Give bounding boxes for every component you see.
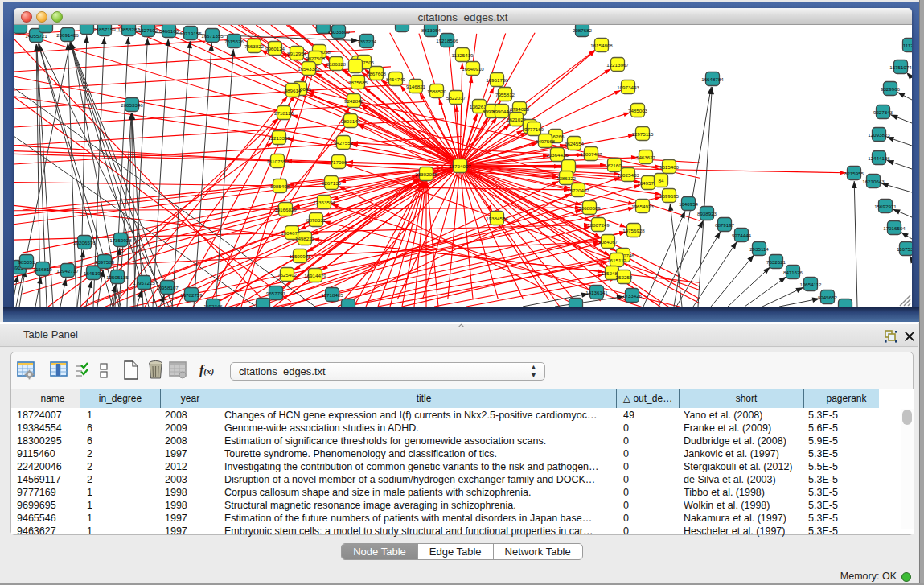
svg-text:10958107: 10958107 bbox=[156, 285, 179, 290]
svg-text:10973493: 10973493 bbox=[617, 84, 639, 90]
svg-text:16782759: 16782759 bbox=[180, 292, 203, 298]
svg-text:8454749: 8454749 bbox=[386, 76, 406, 82]
svg-text:9463627: 9463627 bbox=[636, 154, 656, 160]
svg-text:1167534: 1167534 bbox=[897, 246, 912, 252]
svg-text:9397588: 9397588 bbox=[95, 259, 115, 265]
svg-text:17016504: 17016504 bbox=[883, 225, 906, 231]
svg-text:8215955: 8215955 bbox=[844, 171, 864, 176]
svg-text:11325419: 11325419 bbox=[451, 52, 474, 58]
svg-text:3875685: 3875685 bbox=[348, 80, 368, 85]
svg-text:12213369: 12213369 bbox=[268, 135, 290, 141]
svg-text:1156819: 1156819 bbox=[33, 266, 52, 272]
svg-text:16033809: 16033809 bbox=[327, 29, 350, 35]
svg-text:17359928: 17359928 bbox=[109, 237, 132, 243]
svg-text:7485003: 7485003 bbox=[628, 108, 648, 113]
svg-text:252254: 252254 bbox=[616, 274, 633, 280]
svg-text:9777169: 9777169 bbox=[524, 126, 544, 132]
svg-text:8813054: 8813054 bbox=[421, 27, 441, 33]
svg-text:1985498: 1985498 bbox=[270, 183, 290, 189]
svg-text:1615112: 1615112 bbox=[607, 257, 626, 263]
svg-text:19756928: 19756928 bbox=[622, 228, 645, 233]
svg-text:7632621: 7632621 bbox=[766, 259, 786, 265]
svg-text:16671355: 16671355 bbox=[201, 33, 224, 39]
svg-text:12093823: 12093823 bbox=[868, 132, 890, 138]
svg-text:989614: 989614 bbox=[285, 88, 302, 93]
svg-text:12353594: 12353594 bbox=[313, 200, 335, 205]
svg-text:14136141: 14136141 bbox=[585, 290, 608, 295]
svg-text:9227343: 9227343 bbox=[873, 109, 893, 115]
svg-text:1733426: 1733426 bbox=[622, 293, 643, 299]
svg-text:16648784: 16648784 bbox=[701, 76, 724, 82]
svg-text:8186328: 8186328 bbox=[326, 61, 347, 67]
svg-text:15751074: 15751074 bbox=[889, 64, 912, 70]
svg-text:6497568: 6497568 bbox=[536, 138, 556, 144]
svg-text:18807249: 18807249 bbox=[587, 222, 610, 228]
svg-text:7955812: 7955812 bbox=[495, 92, 515, 97]
svg-text:16107552: 16107552 bbox=[266, 159, 289, 164]
svg-text:12444136: 12444136 bbox=[868, 155, 890, 161]
svg-text:3624554: 3624554 bbox=[565, 141, 585, 146]
svg-text:10719155: 10719155 bbox=[179, 31, 202, 36]
svg-text:17957225: 17957225 bbox=[133, 280, 155, 286]
svg-text:10853287: 10853287 bbox=[117, 27, 140, 32]
svg-text:20364436: 20364436 bbox=[546, 152, 569, 158]
svg-text:8938923: 8938923 bbox=[697, 211, 717, 216]
svg-text:20691406: 20691406 bbox=[56, 32, 79, 38]
svg-text:11120: 11120 bbox=[903, 43, 912, 48]
svg-text:16210643: 16210643 bbox=[862, 179, 885, 184]
svg-text:9699695: 9699695 bbox=[659, 193, 680, 199]
svg-text:7515526: 7515526 bbox=[224, 39, 244, 44]
svg-text:12213967: 12213967 bbox=[606, 62, 629, 68]
svg-text:1645194: 1645194 bbox=[84, 270, 104, 276]
svg-text:1498222: 1498222 bbox=[295, 236, 315, 241]
svg-text:1588520: 1588520 bbox=[427, 89, 447, 94]
svg-text:8267130: 8267130 bbox=[322, 180, 342, 186]
svg-text:10688609: 10688609 bbox=[578, 205, 601, 211]
svg-text:10654112: 10654112 bbox=[799, 282, 822, 287]
svg-text:2087682: 2087682 bbox=[573, 27, 593, 33]
svg-text:9242848: 9242848 bbox=[344, 98, 364, 104]
svg-text:15718485: 15718485 bbox=[321, 292, 343, 298]
svg-text:7625402: 7625402 bbox=[277, 272, 298, 278]
svg-text:9245652: 9245652 bbox=[818, 295, 838, 300]
svg-text:15720407: 15720407 bbox=[567, 187, 589, 193]
svg-text:1527602: 1527602 bbox=[138, 27, 158, 33]
svg-text:16543382: 16543382 bbox=[298, 66, 320, 72]
svg-text:21857159: 21857159 bbox=[93, 27, 116, 32]
svg-text:2718126: 2718126 bbox=[274, 110, 294, 116]
svg-text:9427552: 9427552 bbox=[334, 140, 354, 146]
svg-text:19166829: 19166829 bbox=[274, 207, 297, 212]
svg-text:8990444: 8990444 bbox=[492, 109, 512, 114]
svg-text:8471626: 8471626 bbox=[783, 270, 803, 275]
svg-text:9515400: 9515400 bbox=[659, 164, 680, 170]
svg-text:23302085: 23302085 bbox=[415, 171, 437, 177]
svg-text:2803144: 2803144 bbox=[341, 118, 361, 124]
svg-text:717006: 717006 bbox=[331, 159, 347, 165]
svg-text:20053346: 20053346 bbox=[121, 102, 143, 108]
svg-text:9146821: 9146821 bbox=[406, 84, 426, 89]
svg-text:2867608: 2867608 bbox=[367, 71, 387, 76]
svg-text:7386322: 7386322 bbox=[556, 175, 577, 181]
svg-text:2935114: 2935114 bbox=[749, 246, 769, 252]
svg-text:16640910: 16640910 bbox=[462, 66, 484, 72]
svg-text:5322037: 5322037 bbox=[446, 95, 466, 101]
svg-text:16961788: 16961788 bbox=[486, 77, 508, 83]
svg-text:18724007: 18724007 bbox=[449, 163, 471, 169]
svg-text:6794028: 6794028 bbox=[510, 106, 530, 112]
svg-text:9274444: 9274444 bbox=[732, 233, 752, 238]
svg-text:20206576: 20206576 bbox=[73, 240, 96, 245]
svg-text:12975115: 12975115 bbox=[631, 131, 654, 137]
svg-text:16154808: 16154808 bbox=[590, 43, 613, 48]
svg-text:12942737: 12942737 bbox=[56, 268, 79, 274]
svg-text:9960124: 9960124 bbox=[265, 46, 285, 51]
svg-text:6466160: 6466160 bbox=[159, 28, 179, 34]
svg-text:9329966: 9329966 bbox=[881, 86, 901, 92]
svg-text:9657791: 9657791 bbox=[266, 290, 286, 296]
svg-text:8878332: 8878332 bbox=[306, 217, 326, 223]
svg-text:10025433: 10025433 bbox=[617, 172, 639, 178]
svg-text:7663822: 7663822 bbox=[244, 43, 265, 49]
svg-text:9827503: 9827503 bbox=[306, 56, 326, 61]
svg-text:7357224: 7357224 bbox=[357, 39, 377, 44]
svg-text:6879197: 6879197 bbox=[715, 222, 735, 228]
svg-text:12505135: 12505135 bbox=[106, 274, 129, 280]
